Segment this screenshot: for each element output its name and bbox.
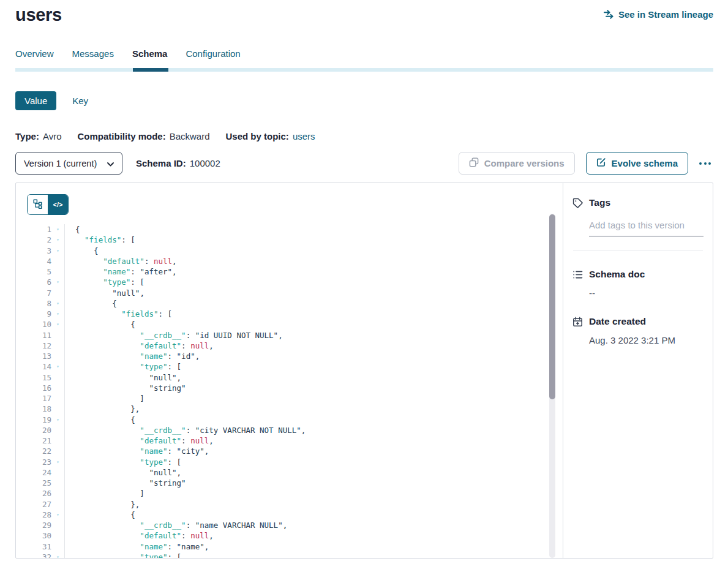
editor-scrollbar-track[interactable] (549, 214, 555, 558)
version-select-value: Version 1 (current) (24, 159, 97, 168)
code-text: ] (64, 393, 563, 404)
fold-toggle-icon[interactable]: ▾ (51, 298, 64, 309)
fold-spacer (51, 351, 64, 361)
code-line: 32▾ "type": [ (27, 552, 563, 558)
line-number: 30 (27, 530, 51, 541)
key-toggle-button[interactable]: Key (72, 96, 88, 106)
line-number: 6 (27, 277, 51, 287)
sidebar-divider (573, 250, 703, 251)
code-text: "fields": [ (64, 309, 563, 319)
code-text: "string" (64, 478, 563, 488)
code-line: 28▾ { (27, 510, 563, 520)
code-text: "null", (64, 372, 563, 383)
type-label: Type: (15, 131, 39, 141)
line-number: 13 (27, 351, 51, 361)
add-tags-input[interactable] (589, 220, 704, 236)
schema-view-toggle: </> (27, 194, 69, 215)
code-line: 23▾ "type": [ (27, 457, 563, 467)
evolve-schema-button[interactable]: Evolve schema (586, 152, 688, 175)
tags-section: Tags (572, 197, 703, 251)
code-text: "type": [ (64, 277, 563, 287)
code-line: 12 "default": null, (27, 341, 563, 351)
meta-type: Type: Avro (15, 131, 61, 141)
fold-toggle-icon[interactable]: ▾ (51, 224, 64, 235)
code-text: { (64, 319, 563, 329)
schema-doc-value: -- (589, 288, 703, 298)
code-line: 25 "string" (27, 478, 563, 488)
fold-toggle-icon[interactable]: ▾ (51, 309, 64, 319)
meta-compatibility: Compatibility mode: Backward (77, 131, 209, 141)
code-line: 16 "string" (27, 383, 563, 393)
code-line: 31 "name": "name", (27, 541, 563, 552)
code-text: { (64, 298, 563, 309)
line-number: 10 (27, 319, 51, 329)
page-header: users See in Stream lineage (15, 5, 713, 25)
fold-toggle-icon[interactable]: ▾ (51, 552, 64, 558)
topic-link[interactable]: users (293, 131, 315, 141)
line-number: 29 (27, 520, 51, 530)
code-line: 26 ] (27, 488, 563, 499)
fold-toggle-icon[interactable]: ▾ (51, 415, 64, 425)
code-line: 30 "default": null, (27, 530, 563, 541)
line-number: 28 (27, 510, 51, 520)
date-created-value: Aug. 3 2022 3:21 PM (589, 335, 703, 345)
tag-icon (572, 198, 583, 208)
compare-versions-button[interactable]: Compare versions (459, 152, 575, 175)
tab-messages[interactable]: Messages (72, 48, 114, 68)
code-text: "__crdb__": "name VARCHAR NULL", (64, 520, 563, 530)
code-text: "default": null, (64, 341, 563, 351)
tab-bar: Overview Messages Schema Configuration (15, 48, 713, 68)
fold-toggle-icon[interactable]: ▾ (51, 246, 64, 256)
code-line: 2▾ "fields": [ (27, 235, 563, 245)
code-line: 24 "null", (27, 467, 563, 478)
code-lines: 1▾{2▾ "fields": [3▾ {4 "default": null,5… (27, 224, 563, 558)
line-number: 32 (27, 552, 51, 558)
fold-spacer (51, 435, 64, 446)
tab-schema[interactable]: Schema (132, 48, 168, 68)
line-number: 11 (27, 330, 51, 341)
date-created-title: Date created (589, 316, 646, 327)
code-text: { (64, 510, 563, 520)
more-options-button[interactable] (697, 157, 713, 170)
tab-overview[interactable]: Overview (15, 48, 54, 68)
see-in-stream-lineage-link[interactable]: See in Stream lineage (604, 9, 713, 20)
schema-sidebar: Tags Schema doc (563, 183, 713, 558)
fold-toggle-icon[interactable]: ▾ (51, 457, 64, 467)
code-line: 18 }, (27, 404, 563, 414)
ellipsis-icon (699, 162, 702, 165)
code-line: 10▾ { (27, 319, 563, 329)
fold-toggle-icon[interactable]: ▾ (51, 235, 64, 245)
active-tab-indicator (133, 68, 168, 72)
line-number: 19 (27, 415, 51, 425)
code-text: }, (64, 404, 563, 414)
version-select[interactable]: Version 1 (current) (15, 152, 122, 175)
editor-scrollbar-thumb[interactable] (549, 214, 555, 399)
compare-versions-icon (469, 157, 479, 169)
line-number: 22 (27, 446, 51, 456)
fold-toggle-icon[interactable]: ▾ (51, 361, 64, 372)
schema-tree-icon (33, 199, 43, 211)
code-text: "default": null, (64, 256, 563, 266)
fold-spacer (51, 478, 64, 488)
code-line: 14▾ "type": [ (27, 361, 563, 372)
schema-doc-header: Schema doc (572, 269, 703, 280)
used-by-topic-label: Used by topic: (226, 131, 289, 141)
code-view-button[interactable]: </> (48, 195, 68, 214)
fold-toggle-icon[interactable]: ▾ (51, 277, 64, 287)
code-brackets-icon: </> (53, 201, 63, 208)
fold-toggle-icon[interactable]: ▾ (51, 510, 64, 520)
tab-configuration[interactable]: Configuration (186, 48, 240, 68)
value-toggle-button[interactable]: Value (15, 91, 56, 110)
compatibility-value: Backward (170, 131, 210, 141)
tree-view-button[interactable] (28, 195, 48, 214)
fold-spacer (51, 288, 64, 298)
fold-spacer (51, 488, 64, 499)
code-text: "type": [ (64, 552, 563, 558)
code-line: 15 "null", (27, 372, 563, 383)
fold-toggle-icon[interactable]: ▾ (51, 319, 64, 329)
lineage-link-label: See in Stream lineage (618, 9, 713, 20)
compare-versions-label: Compare versions (484, 158, 565, 168)
schema-meta-row: Type: Avro Compatibility mode: Backward … (15, 131, 713, 141)
code-line: 3▾ { (27, 246, 563, 256)
schema-code-panel: </> 1▾{2▾ "fields": [3▾ {4 "default": nu… (16, 183, 563, 558)
